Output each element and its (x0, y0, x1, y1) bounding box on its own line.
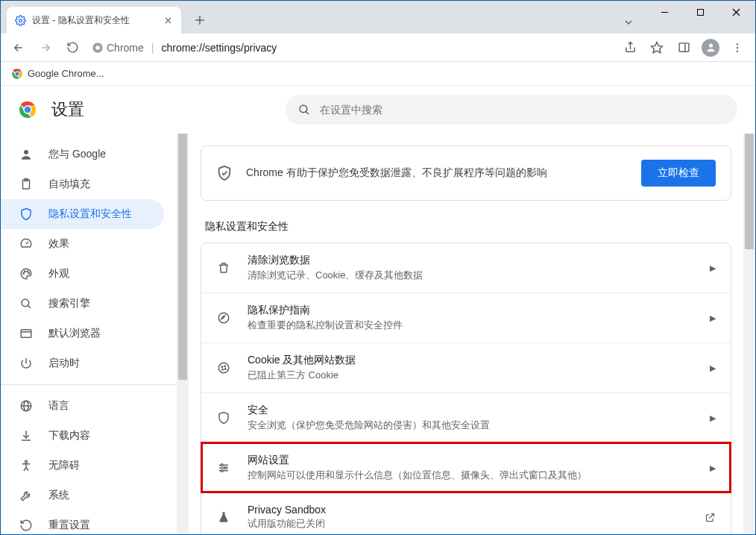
row-subtitle: 检查重要的隐私控制设置和安全控件 (248, 319, 693, 332)
accessibility-icon (19, 458, 34, 473)
svg-point-9 (737, 46, 738, 48)
sidebar-item-label: 效果 (48, 237, 69, 251)
row-subtitle: 清除浏览记录、Cookie、缓存及其他数据 (248, 269, 693, 282)
sidebar-item-system[interactable]: 系统 (1, 481, 164, 510)
chevron-right-icon: ▶ (710, 313, 716, 323)
address-bar[interactable]: Chrome | chrome://settings/privacy (89, 42, 614, 54)
scrollbar-thumb[interactable] (178, 134, 187, 380)
settings-search-input[interactable] (320, 104, 725, 116)
side-panel-icon[interactable] (673, 37, 694, 58)
flask-icon (216, 510, 231, 525)
bookmark-star-icon[interactable] (646, 37, 667, 58)
reload-button[interactable] (62, 37, 83, 58)
title-bar: 设置 - 隐私设置和安全性 (1, 1, 755, 34)
sidebar-item-on-startup[interactable]: 启动时 (1, 348, 164, 378)
profile-avatar-icon[interactable] (700, 37, 721, 58)
sidebar-item-performance[interactable]: 效果 (1, 229, 164, 259)
svg-point-25 (22, 299, 29, 307)
svg-marker-4 (652, 42, 663, 52)
row-title: 隐私保护指南 (248, 304, 693, 317)
row-site-settings[interactable]: 网站设置控制网站可以使用和显示什么信息（如位置信息、摄像头、弹出式窗口及其他） … (201, 442, 731, 492)
svg-point-7 (709, 44, 713, 48)
scrollbar-thumb[interactable] (745, 134, 754, 249)
url-text: chrome://settings/privacy (161, 42, 277, 54)
sidebar-item-label: 系统 (48, 489, 69, 502)
tab-title: 设置 - 隐私设置和安全性 (32, 14, 130, 27)
settings-header: 设置 (1, 86, 755, 134)
settings-sidebar: 您与 Google 自动填充 隐私设置和安全性 效果 外观 搜索引擎 默认浏览器… (1, 134, 177, 534)
svg-point-3 (95, 46, 100, 50)
palette-icon (19, 266, 34, 281)
safety-check-button[interactable]: 立即检查 (641, 160, 716, 187)
svg-rect-1 (697, 9, 703, 15)
sidebar-item-label: 隐私设置和安全性 (48, 207, 132, 221)
svg-point-10 (737, 50, 738, 51)
cookie-icon (216, 360, 231, 375)
sidebar-item-label: 外观 (48, 267, 69, 281)
speedometer-icon (19, 237, 34, 251)
back-button[interactable] (8, 37, 29, 58)
bookmark-item[interactable]: Google Chrome... (28, 68, 104, 79)
sidebar-item-privacy-security[interactable]: 隐私设置和安全性 (1, 199, 164, 229)
sidebar-item-default-browser[interactable]: 默认浏览器 (1, 319, 164, 348)
sidebar-item-label: 无障碍 (48, 459, 80, 472)
window-close-button[interactable] (719, 1, 752, 23)
svg-point-37 (224, 366, 226, 367)
sidebar-item-you-and-google[interactable]: 您与 Google (1, 140, 164, 169)
row-title: Privacy Sandbox (248, 504, 688, 516)
safety-check-card: Chrome 有助于保护您免受数据泄露、不良扩展程序等问题的影响 立即检查 (201, 146, 731, 201)
row-privacy-guide[interactable]: 隐私保护指南检查重要的隐私控制设置和安全控件 ▶ (201, 292, 731, 342)
svg-point-44 (224, 467, 227, 469)
chevron-right-icon: ▶ (710, 263, 716, 273)
window-maximize-button[interactable] (684, 1, 716, 23)
row-subtitle: 试用版功能已关闭 (248, 517, 688, 531)
sidebar-item-accessibility[interactable]: 无障碍 (1, 451, 164, 481)
restore-icon (19, 518, 34, 533)
row-security[interactable]: 安全安全浏览（保护您免受危险网站的侵害）和其他安全设置 ▶ (201, 392, 731, 442)
row-privacy-sandbox[interactable]: Privacy Sandbox试用版功能已关闭 (201, 492, 731, 534)
site-info-chrome-icon[interactable]: Chrome (92, 42, 144, 54)
sidebar-item-appearance[interactable]: 外观 (1, 259, 164, 289)
sidebar-item-search-engine[interactable]: 搜索引擎 (1, 289, 164, 319)
settings-page: 设置 您与 Google 自动填充 隐私设置和安全性 效果 外观 搜索引擎 默认… (1, 86, 755, 534)
settings-main: Chrome 有助于保护您免受数据泄露、不良扩展程序等问题的影响 立即检查 隐私… (189, 134, 755, 534)
main-scrollbar[interactable] (743, 134, 755, 534)
tab-close-icon[interactable] (162, 14, 174, 26)
sidebar-item-label: 默认浏览器 (48, 327, 101, 340)
svg-point-36 (221, 366, 223, 368)
svg-point-35 (218, 363, 229, 373)
sidebar-item-label: 您与 Google (48, 148, 106, 161)
addr-separator: | (151, 42, 154, 54)
window-minimize-button[interactable] (648, 1, 681, 23)
search-icon (19, 296, 34, 311)
sidebar-scrollbar[interactable] (177, 134, 189, 534)
globe-icon (19, 398, 34, 413)
share-icon[interactable] (620, 37, 640, 58)
privacy-settings-list: 清除浏览数据清除浏览记录、Cookie、缓存及其他数据 ▶ 隐私保护指南检查重要… (201, 243, 731, 534)
chevron-right-icon: ▶ (710, 413, 716, 423)
sidebar-item-label: 下载内容 (48, 429, 90, 442)
sidebar-item-reset[interactable]: 重置设置 (1, 510, 164, 534)
sidebar-item-languages[interactable]: 语言 (1, 391, 164, 421)
svg-line-20 (26, 242, 28, 244)
tab-overflow-icon[interactable] (612, 11, 645, 34)
svg-point-43 (221, 464, 223, 466)
row-cookies[interactable]: Cookie 及其他网站数据已阻止第三方 Cookie ▶ (201, 342, 731, 392)
browser-tab[interactable]: 设置 - 隐私设置和安全性 (7, 7, 181, 34)
settings-search[interactable] (286, 95, 737, 125)
shield-check-icon (216, 165, 233, 181)
svg-line-16 (306, 111, 309, 114)
tab-favicon-gear-icon (14, 14, 26, 26)
menu-kebab-icon[interactable] (727, 37, 748, 58)
sidebar-item-autofill[interactable]: 自动填充 (1, 169, 164, 199)
svg-point-24 (28, 273, 30, 275)
row-clear-browsing-data[interactable]: 清除浏览数据清除浏览记录、Cookie、缓存及其他数据 ▶ (201, 243, 731, 292)
svg-point-8 (737, 43, 738, 45)
svg-point-32 (25, 460, 28, 463)
sidebar-item-downloads[interactable]: 下载内容 (1, 421, 164, 451)
browser-icon (19, 326, 34, 341)
new-tab-button[interactable] (189, 9, 211, 31)
forward-button[interactable] (35, 37, 56, 58)
browser-toolbar: Chrome | chrome://settings/privacy (1, 34, 755, 62)
person-icon (19, 147, 34, 162)
